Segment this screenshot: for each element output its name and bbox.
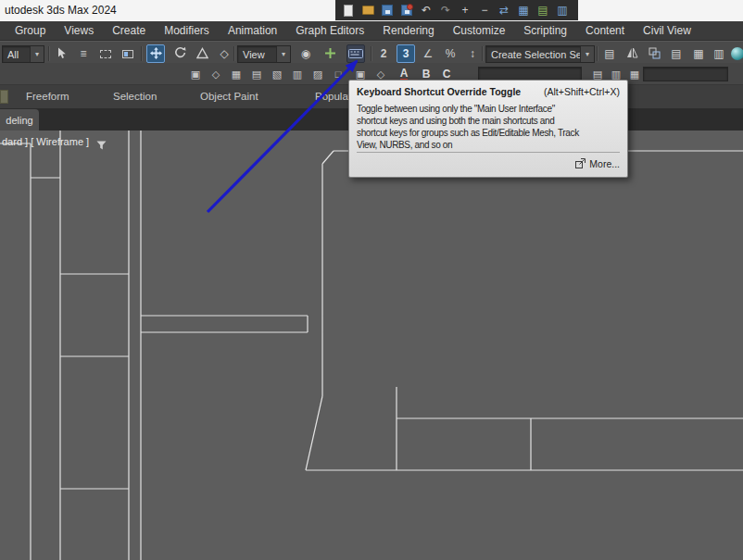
scene-explorer-icon[interactable]: ▦ [516,3,531,18]
tooltip-more-link[interactable]: More... [589,158,620,169]
select-and-manipulate-button[interactable] [321,44,339,63]
grid-icon: ▦ [232,69,241,80]
tooltip-body: Toggle between using only the "Main User… [349,97,627,151]
quick-access-toolbar: ↶ ↷ + − ⇄ ▦ ▤ ▥ [335,0,578,20]
toolbar-separator [371,46,372,61]
save-as-icon[interactable] [399,3,414,18]
menu-item-group[interactable]: Group [6,21,55,40]
select-and-move-button[interactable] [146,44,165,63]
tool2-button-1[interactable]: ▣ [187,66,204,82]
reference-coordinate-dropdown[interactable]: View ▾ [237,45,291,63]
spinner-snap-icon: ↕ [470,48,475,59]
open-file-icon[interactable] [360,3,375,18]
layer-manager-button[interactable]: ▤ [667,44,686,63]
menu-item-modifiers[interactable]: Modifiers [155,21,219,40]
keyboard-shortcut-override-toggle[interactable] [346,44,365,63]
tooltip-body-line: View, NURBS, and so on [357,139,620,151]
window-crossing-button[interactable] [119,44,137,63]
menu-item-rendering[interactable]: Rendering [373,21,443,40]
mirror-button[interactable] [623,44,641,63]
viewport[interactable]: dard ] [ Wireframe ] [0,131,743,560]
undo-icon[interactable]: ↶ [419,3,434,18]
tooltip-body-line: shortcut keys and using both the main sh… [357,115,620,127]
angle-snap-button[interactable]: ∠ [419,44,437,63]
snap-toggle-3d-button[interactable]: 3 [397,44,415,63]
menu-item-animation[interactable]: Animation [219,21,286,40]
select-object-button[interactable] [52,44,70,63]
pivot-center-icon: ◉ [301,48,310,59]
tool2-button-5[interactable]: ▧ [269,66,285,82]
wireframe-geometry [0,131,743,560]
diamond-icon: ◇ [377,69,384,80]
tooltip-header: Keyboard Shortcut Override Toggle (Alt+S… [349,81,627,97]
panel-icon: ▣ [356,69,365,80]
select-and-scale-button[interactable] [193,44,211,63]
shade-icon: ▧ [272,69,282,80]
toolbar-separator [597,46,598,61]
redo-icon[interactable]: ↷ [438,3,453,18]
select-and-place-button[interactable]: ◇ [215,44,233,63]
tool2-button-7[interactable]: ▨ [309,66,326,82]
tab-freeform[interactable]: Freeform [26,91,69,102]
new-scene-icon[interactable] [341,3,356,18]
window-crossing-icon [122,50,133,58]
named-selection-set-dropdown[interactable]: Create Selection Se ▾ [485,45,595,63]
tab-modeling[interactable]: deling [0,109,39,131]
toggle-ribbon-button[interactable]: ▥ [710,44,728,63]
add-icon[interactable]: + [458,3,472,18]
list-icon: ≡ [80,48,86,59]
align-button[interactable] [645,44,663,63]
menu-item-customize[interactable]: Customize [444,21,515,40]
percent-snap-button[interactable]: % [441,44,460,63]
dashed-region-icon [100,50,111,58]
tooltip-body-line: Toggle between using only the "Main User… [357,103,620,115]
menu-item-scripting[interactable]: Scripting [514,21,576,40]
material-editor-button[interactable] [728,44,743,63]
menu-item-views[interactable]: Views [55,21,103,40]
menu-item-graph-editors[interactable]: Graph Editors [286,21,373,40]
remove-icon[interactable]: − [477,3,492,18]
snap-toggle-2d-button[interactable]: 2 [374,44,393,63]
toolbar-separator [233,46,234,61]
toggle-scene-explorer-button[interactable]: ▦ [689,44,708,63]
tool2-button-2[interactable]: ◇ [208,66,224,82]
tool2-button-6[interactable]: ▥ [289,66,306,82]
snap-2d-icon: 2 [381,48,387,59]
tool2-button-3[interactable]: ▦ [228,66,245,82]
named-selection-set-value: Create Selection Se [486,46,580,62]
filter-funnel-icon[interactable] [96,137,107,154]
selection-filter-dropdown[interactable]: All ▾ [2,45,44,63]
keyboard-override-tooltip: Keyboard Shortcut Override Toggle (Alt+S… [348,80,628,178]
layer-explorer-icon[interactable]: ▤ [535,3,550,18]
menu-item-create[interactable]: Create [103,21,155,40]
snap-3d-icon: 3 [403,48,409,59]
tab-object-paint[interactable]: Object Paint [200,91,258,102]
rect-selection-region-button[interactable] [96,44,115,63]
rows-icon: ▤ [593,69,602,80]
save-file-icon[interactable] [380,3,395,18]
letter-b-label: B [422,68,431,81]
select-and-rotate-button[interactable] [170,44,189,63]
box-icon: □ [335,69,342,80]
viewport-shading-label[interactable]: dard ] [ Wireframe ] [2,136,89,147]
workspace-switch-icon[interactable]: ⇄ [497,3,511,18]
tool2-button-13[interactable]: ▦ [626,66,643,82]
move-icon [150,47,162,61]
cols-icon: ▥ [293,69,302,80]
chevron-down-icon: ▾ [580,46,594,62]
menu-item-civil-view[interactable]: Civil View [634,21,700,40]
spinner-snap-button[interactable]: ↕ [463,44,482,63]
toolbar2-field-2[interactable] [643,67,728,81]
tooltip-shortcut: (Alt+Shift+Ctrl+X) [544,86,620,97]
tool2-button-8[interactable]: □ [330,66,346,82]
tab-selection[interactable]: Selection [113,91,157,102]
select-by-name-button[interactable]: ≡ [74,44,93,63]
explorer-icon: ▦ [693,48,703,59]
edit-named-sets-button[interactable]: ▤ [600,44,619,63]
menu-item-content[interactable]: Content [576,21,634,40]
panel-icon: ▣ [191,69,200,80]
tool2-button-4[interactable]: ▤ [248,66,265,82]
use-pivot-center-button[interactable]: ◉ [296,44,315,63]
rotate-icon [173,46,186,61]
project-toolbar-icon[interactable]: ▥ [555,3,570,18]
